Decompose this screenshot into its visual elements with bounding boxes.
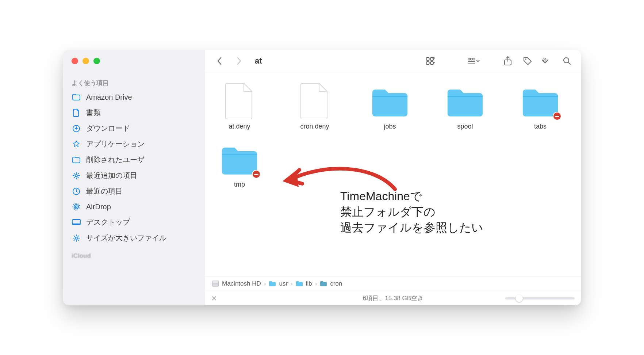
file-name: at.deny <box>229 123 250 130</box>
no-access-badge-icon <box>553 112 561 121</box>
file-item[interactable]: cron.deny <box>289 83 340 130</box>
sidebar-item-label: デスクトップ <box>86 217 130 227</box>
svg-point-4 <box>74 205 78 209</box>
folder-name: tmp <box>234 181 245 188</box>
annotation-line: 禁止フォルダ下の <box>340 205 436 218</box>
svg-rect-10 <box>426 61 429 64</box>
svg-point-7 <box>75 237 77 239</box>
clock-icon <box>72 187 81 196</box>
finder-window: よく使う項目 Amazon Drive 書類 ダウンロード アプリケーション 削… <box>63 50 581 305</box>
search-button[interactable] <box>561 55 573 67</box>
folder-icon <box>521 83 560 119</box>
window-controls <box>63 50 205 72</box>
back-button[interactable] <box>213 55 226 67</box>
no-access-badge-icon <box>252 170 261 179</box>
path-label: Macintosh HD <box>222 280 261 287</box>
applications-icon <box>72 140 81 149</box>
toolbar: at » <box>205 50 581 72</box>
svg-rect-12 <box>468 58 470 60</box>
desktop-icon <box>72 218 81 227</box>
annotation-line: TimeMachineで <box>340 190 422 203</box>
folder-item[interactable]: jobs <box>364 83 415 130</box>
path-segment[interactable]: lib <box>296 280 312 287</box>
path-label: usr <box>279 280 288 287</box>
status-text: 6項目、15.38 GB空き <box>363 294 423 302</box>
window-title: at <box>255 56 262 66</box>
folder-icon <box>296 281 303 287</box>
main-panel: at » at.deny <box>205 50 581 305</box>
sidebar-item[interactable]: 最近追加の項目 <box>66 168 201 183</box>
document-icon <box>72 108 81 118</box>
svg-point-1 <box>75 175 77 177</box>
sidebar-item[interactable]: 書類 <box>66 105 201 121</box>
file-grid[interactable]: at.deny cron.deny jobs <box>205 72 581 276</box>
icon-size-slider[interactable] <box>505 297 575 299</box>
svg-rect-13 <box>471 58 472 60</box>
path-segment[interactable]: Macintosh HD <box>212 280 261 287</box>
share-button[interactable] <box>502 55 514 67</box>
folder-icon <box>72 155 81 165</box>
file-name: cron.deny <box>300 123 329 130</box>
svg-rect-8 <box>426 57 429 60</box>
more-toolbar-button[interactable]: » <box>541 55 553 67</box>
folder-item-restricted[interactable]: tmp <box>214 141 265 188</box>
airdrop-icon <box>72 202 81 211</box>
download-icon <box>72 124 81 133</box>
gear-icon <box>72 233 81 243</box>
sidebar-item-label: AirDrop <box>86 203 111 211</box>
hide-pathbar-button[interactable]: ✕ <box>211 294 217 303</box>
sidebar-item[interactable]: AirDrop <box>66 199 201 214</box>
sidebar-item[interactable]: サイズが大きいファイル <box>66 230 201 246</box>
path-segment[interactable]: usr <box>269 280 288 287</box>
file-icon <box>295 83 334 119</box>
path-segment[interactable]: cron <box>320 280 342 287</box>
file-item[interactable]: at.deny <box>214 83 265 130</box>
status-bar: ✕ 6項目、15.38 GB空き <box>205 291 581 305</box>
folder-name: jobs <box>384 123 396 130</box>
svg-point-3 <box>76 206 77 208</box>
sidebar-item[interactable]: ダウンロード <box>66 121 201 136</box>
sidebar-item-label: アプリケーション <box>86 139 145 149</box>
sidebar-item-label: Amazon Drive <box>86 93 132 102</box>
folder-icon <box>269 281 276 287</box>
path-label: lib <box>306 280 312 287</box>
disk-icon <box>212 280 219 287</box>
sidebar-item-label: 削除されたユーザ <box>86 155 145 165</box>
sidebar: よく使う項目 Amazon Drive 書類 ダウンロード アプリケーション 削… <box>63 50 205 305</box>
minimize-window-button[interactable] <box>83 58 89 64</box>
folder-item-restricted[interactable]: tabs <box>515 83 566 130</box>
sidebar-item[interactable]: 削除されたユーザ <box>66 152 201 168</box>
view-icon-mode-button[interactable] <box>426 55 439 67</box>
sidebar-item[interactable]: デスクトップ <box>66 214 201 230</box>
svg-rect-9 <box>430 57 433 60</box>
sidebar-item-label: 最近追加の項目 <box>86 171 137 180</box>
sidebar-item-label: サイズが大きいファイル <box>86 233 166 243</box>
folder-icon <box>220 141 259 177</box>
sidebar-item[interactable]: 最近の項目 <box>66 183 201 199</box>
close-window-button[interactable] <box>72 58 78 64</box>
folder-icon <box>445 83 485 119</box>
folder-name: tabs <box>534 123 547 130</box>
sidebar-favorites-list: Amazon Drive 書類 ダウンロード アプリケーション 削除されたユーザ… <box>63 89 205 246</box>
sidebar-item-label: 最近の項目 <box>86 186 123 196</box>
folder-icon <box>72 92 81 102</box>
path-bar[interactable]: Macintosh HD › usr › lib › cron <box>205 276 581 291</box>
annotation-line: 過去ファイルを参照したい <box>340 221 483 234</box>
svg-rect-6 <box>72 220 80 225</box>
slider-knob[interactable] <box>515 295 523 302</box>
file-icon <box>220 83 259 119</box>
forward-button[interactable] <box>233 55 245 67</box>
sidebar-section-icloud: iCloud <box>63 246 205 262</box>
folder-item[interactable]: spool <box>440 83 491 130</box>
sidebar-item-label: ダウンロード <box>86 123 130 133</box>
svg-point-16 <box>525 58 526 60</box>
folder-icon <box>320 281 327 287</box>
sidebar-item[interactable]: アプリケーション <box>66 136 201 152</box>
tags-button[interactable] <box>521 55 534 67</box>
svg-rect-20 <box>212 281 219 283</box>
sidebar-section-favorites: よく使う項目 <box>63 72 205 89</box>
zoom-window-button[interactable] <box>93 58 100 64</box>
sidebar-item[interactable]: Amazon Drive <box>66 89 201 105</box>
group-by-button[interactable] <box>468 55 480 67</box>
folder-icon <box>370 83 410 119</box>
